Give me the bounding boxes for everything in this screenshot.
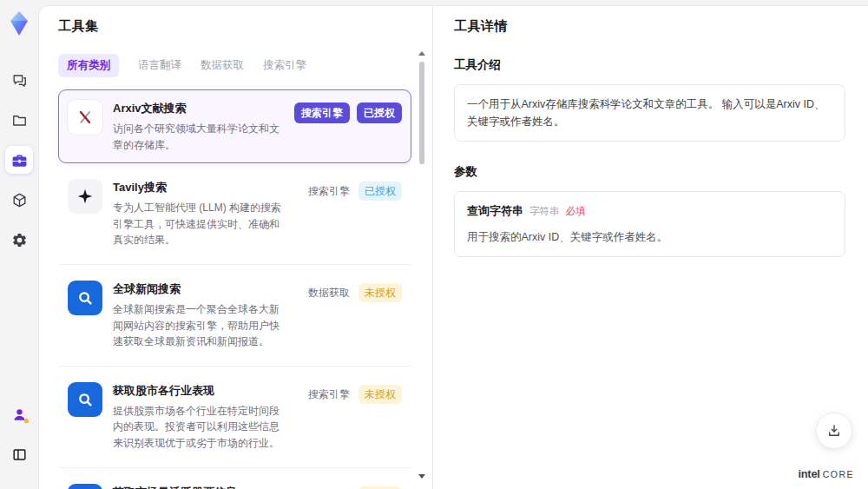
search-app-icon [76, 390, 95, 409]
param-type: 字符串 [529, 203, 560, 219]
tool-category-badge: 搜索引擎 [306, 385, 352, 404]
intro-text: 一个用于从Arxiv存储库搜索科学论文和文章的工具。 输入可以是Arxiv ID… [467, 98, 825, 128]
tool-card[interactable]: Tavily搜索 专为人工智能代理 (LLM) 构建的搜索引擎工具，可快速提供实… [58, 169, 411, 259]
tab-0[interactable]: 所有类别 [58, 54, 119, 77]
tool-title: 获取市场最活跃股票信息 [113, 485, 289, 489]
download-icon [826, 423, 842, 439]
tool-description: 专为人工智能代理 (LLM) 构建的搜索引擎工具，可快速提供实时、准确和真实的结… [113, 200, 289, 248]
tool-card[interactable]: 获取市场最活跃股票信息 提供当天交易量最高的股票列表，投资者可以利用这些信息来识… [58, 473, 411, 489]
tool-description: 全球新闻搜索是一个聚合全球各大新闻网站内容的搜索引擎，帮助用户快速获取全球最新资… [113, 301, 289, 350]
param-header: 查询字符串 字符串 必填 [467, 202, 832, 221]
search-app-icon [76, 288, 95, 307]
tool-icon [68, 484, 102, 489]
tab-2[interactable]: 数据获取 [201, 58, 244, 73]
tool-icon [68, 281, 102, 315]
tool-list: Arxiv文献搜索 访问各个研究领域大量科学论文和文章的存储库。 搜索引擎 已授… [58, 89, 411, 489]
download-button[interactable] [816, 413, 852, 449]
tab-1[interactable]: 语言翻译 [138, 58, 181, 73]
intro-heading: 工具介绍 [454, 57, 845, 73]
intro-box: 一个用于从Arxiv存储库搜索科学论文和文章的工具。 输入可以是Arxiv ID… [454, 84, 845, 142]
tool-category-badge: 搜索引擎 [294, 102, 350, 123]
folder-icon [11, 112, 28, 129]
app-logo[interactable] [7, 10, 31, 36]
tool-title: 获取股市各行业表现 [113, 383, 289, 399]
tool-auth-badge: 未授权 [358, 486, 402, 489]
category-tabs: 所有类别语言翻译数据获取搜索引擎 [58, 54, 411, 77]
tool-description: 访问各个研究领域大量科学论文和文章的存储库。 [113, 121, 284, 153]
layout-panel-icon [11, 446, 28, 463]
tool-auth-badge: 未授权 [358, 283, 402, 302]
tab-3[interactable]: 搜索引擎 [263, 58, 306, 73]
status-dot [24, 419, 29, 423]
chat-icon [11, 72, 28, 89]
tool-category-badge: 搜索引擎 [306, 486, 352, 489]
sidebar-item-collapse[interactable] [5, 440, 33, 468]
scroll-down-arrow-icon[interactable] [418, 474, 425, 479]
briefcase-icon [11, 152, 28, 169]
tool-icon [68, 382, 102, 417]
app-window: 工具集 所有类别语言翻译数据获取搜索引擎 [0, 0, 868, 489]
page-title: 工具集 [58, 18, 411, 35]
param-description: 用于搜索的Arxiv ID、关键字或作者姓名。 [467, 228, 832, 246]
sidebar-item-apps[interactable] [5, 186, 33, 214]
tool-title: 全球新闻搜索 [113, 281, 289, 297]
sidebar-item-tools[interactable] [5, 146, 33, 174]
tool-card[interactable]: Arxiv文献搜索 访问各个研究领域大量科学论文和文章的存储库。 搜索引擎 已授… [58, 89, 411, 163]
tool-auth-badge: 未授权 [358, 385, 402, 404]
tool-auth-badge: 已授权 [357, 102, 402, 123]
tavily-star-icon [76, 187, 95, 206]
sidebar-item-profile[interactable] [5, 400, 33, 428]
tool-description: 提供股票市场各个行业在特定时间段内的表现。投资者可以利用这些信息来识别表现优于或… [113, 403, 289, 452]
param-required-badge: 必填 [566, 203, 586, 219]
tool-title: Arxiv文献搜索 [113, 101, 284, 116]
tool-icon [68, 179, 102, 214]
sidebar-item-chat[interactable] [5, 66, 33, 94]
detail-title: 工具详情 [454, 18, 845, 35]
toolset-pane: 工具集 所有类别语言翻译数据获取搜索引擎 [39, 6, 432, 489]
cube-icon [11, 192, 28, 208]
tool-auth-badge: 已授权 [358, 182, 402, 201]
tool-category-badge: 数据获取 [306, 283, 352, 302]
tool-category-badge: 搜索引擎 [306, 182, 352, 201]
scrollbar-thumb[interactable] [419, 62, 424, 164]
params-heading: 参数 [454, 164, 845, 180]
tool-title: Tavily搜索 [113, 180, 289, 195]
param-name: 查询字符串 [467, 202, 523, 221]
tool-detail-pane: 工具详情 工具介绍 一个用于从Arxiv存储库搜索科学论文和文章的工具。 输入可… [432, 6, 868, 489]
main-surface: 工具集 所有类别语言翻译数据获取搜索引擎 [38, 5, 868, 489]
param-box: 查询字符串 字符串 必填 用于搜索的Arxiv ID、关键字或作者姓名。 [454, 191, 845, 257]
scroll-up-arrow-icon[interactable] [418, 51, 425, 56]
tool-card[interactable]: 全球新闻搜索 全球新闻搜索是一个聚合全球各大新闻网站内容的搜索引擎，帮助用户快速… [58, 270, 411, 360]
sidebar-item-settings[interactable] [5, 226, 33, 254]
gear-icon [11, 232, 28, 248]
icon-rail [0, 0, 38, 489]
intel-core-logo: intelCORE [798, 467, 854, 480]
sidebar-item-files[interactable] [5, 106, 33, 134]
arxiv-icon [76, 108, 95, 127]
list-scrollbar[interactable] [418, 51, 425, 479]
tool-card[interactable]: 获取股市各行业表现 提供股票市场各个行业在特定时间段内的表现。投资者可以利用这些… [58, 372, 411, 462]
tool-icon [68, 100, 102, 135]
